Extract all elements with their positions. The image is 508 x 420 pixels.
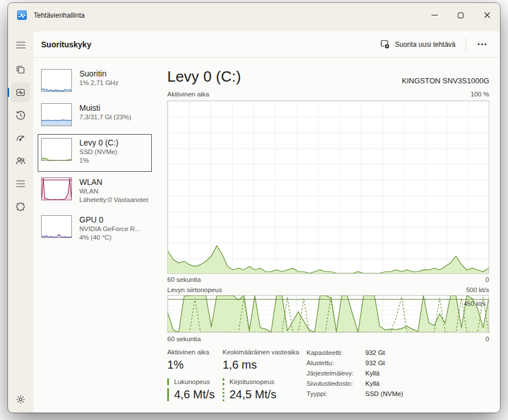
page-header: Suorituskyky Suorita uusi tehtävä: [33, 31, 500, 58]
x-axis-left: 60 sekuntia: [167, 276, 201, 283]
sidebar-item-app-history[interactable]: [11, 106, 30, 125]
disk-stats: Aktiivinen aika 1% Keskimääräinen vastea…: [167, 349, 489, 403]
device-stats: 7,3/31,7 Gt (23%): [79, 113, 131, 122]
services-icon: [15, 201, 26, 212]
sidebar-item-details[interactable]: [11, 174, 30, 193]
device-item-gpu0[interactable]: GPU 0 NVIDIA GeForce R... 4% (40 °C): [41, 215, 155, 242]
minimize-button[interactable]: [421, 3, 447, 27]
close-button[interactable]: [474, 3, 500, 27]
wlan-mini-chart: [41, 177, 72, 200]
gpu-mini-chart: [41, 215, 72, 238]
detail-row-type: Tyyppi:SSD (NVMe): [307, 390, 489, 397]
close-icon: [484, 12, 490, 18]
details-icon: [15, 180, 26, 188]
settings-button[interactable]: [11, 390, 30, 409]
detail-row-system-disk: Järjestelmälevy:Kyllä: [307, 370, 489, 377]
device-stats: 1% 2,71 GHz: [79, 79, 118, 87]
disk-model: KINGSTON SNV3S1000G: [402, 76, 489, 85]
users-icon: [15, 156, 26, 166]
read-speed-label: Lukunopeus: [167, 378, 210, 385]
sidebar-item-startup-apps[interactable]: [11, 128, 30, 148]
device-item-disk0-selected[interactable]: Levy 0 (C:) SSD (NVMe) 1%: [38, 134, 152, 172]
active-time-stat-value: 1%: [167, 358, 184, 371]
content-panel: Suorituskyky Suorita uusi tehtävä: [33, 31, 500, 413]
run-new-task-label: Suorita uusi tehtävä: [395, 41, 455, 49]
device-item-wlan[interactable]: WLAN WLAN Lähetetty:0 Vastaanotet: [41, 177, 155, 204]
more-options-button[interactable]: [472, 39, 492, 50]
transfer-rate-chart: 450 kt/s: [167, 295, 489, 333]
device-stats: NVIDIA GeForce R...: [79, 225, 140, 233]
hamburger-menu-button[interactable]: [11, 35, 30, 55]
cpu-mini-chart: [41, 69, 72, 92]
header-divider: [466, 38, 466, 51]
scale-marker-label: 450 kt/s: [463, 300, 486, 307]
app-title: Tehtävienhallinta: [34, 11, 84, 19]
run-new-task-button[interactable]: Suorita uusi tehtävä: [376, 36, 460, 52]
device-stats: 1%: [79, 156, 118, 165]
device-stats: Lähetetty:0 Vastaanotet: [79, 196, 148, 204]
active-time-stat-label: Aktiivinen aika: [167, 349, 209, 356]
avg-response-stat-value: 1,6 ms: [223, 358, 257, 371]
detail-row-page-file: Sivutustiedosto:Kyllä: [307, 380, 489, 387]
sidebar-item-users[interactable]: [11, 151, 30, 171]
sidebar-item-services[interactable]: [11, 197, 30, 216]
device-name: Muisti: [79, 103, 131, 113]
device-stats: 4% (40 °C): [79, 233, 140, 242]
device-name: Levy 0 (C:): [79, 138, 118, 148]
more-icon: [478, 43, 479, 45]
device-stats: SSD (NVMe): [79, 148, 118, 156]
device-name: WLAN: [79, 177, 148, 187]
sidebar-item-processes[interactable]: [11, 60, 30, 79]
titlebar: Tehtävienhallinta: [8, 3, 500, 27]
device-item-cpu[interactable]: Suoritin 1% 2,71 GHz: [41, 69, 155, 92]
x-axis-right: 0: [486, 276, 489, 283]
disk-mini-chart: [41, 138, 72, 161]
write-speed-value: 24,5 Mt/s: [223, 388, 276, 401]
active-time-axis-bottom: 60 sekuntia 0: [167, 276, 489, 283]
device-name: Suoritin: [79, 69, 118, 79]
hamburger-icon: [16, 41, 26, 49]
active-time-series: [168, 101, 489, 273]
chart-label: Levyn siirtonopeus: [167, 286, 222, 293]
device-item-memory[interactable]: Muisti 7,3/31,7 Gt (23%): [41, 103, 155, 126]
navigation-rail: [8, 27, 33, 413]
app-icon: [17, 10, 27, 20]
task-manager-window: Tehtävienhallinta: [8, 3, 500, 413]
device-name: GPU 0: [79, 215, 140, 225]
processes-icon: [15, 64, 26, 75]
settings-icon: [15, 394, 26, 405]
app-history-icon: [15, 110, 26, 120]
transfer-axis-top: Levyn siirtonopeus 500 kt/s: [167, 286, 489, 293]
detail-row-capacity: Kapasiteetti:932 Gt: [307, 349, 489, 356]
chart-scale-max: 500 kt/s: [466, 286, 489, 293]
new-task-icon: [380, 39, 390, 49]
maximize-button[interactable]: [447, 3, 474, 27]
minimize-icon: [432, 15, 438, 15]
sidebar-item-performance[interactable]: [11, 83, 30, 102]
device-stats: WLAN: [79, 187, 148, 196]
active-time-axis-top: Aktiivinen aika 100 %: [167, 91, 489, 98]
disk-title: Levy 0 (C:): [167, 68, 241, 86]
transfer-rate-series: [168, 296, 489, 332]
performance-icon: [15, 87, 26, 98]
scale-marker-line: [168, 299, 489, 300]
memory-mini-chart: [41, 103, 72, 126]
detail-row-formatted: Alustettu:932 Gt: [307, 360, 489, 366]
chart-scale-max: 100 %: [470, 91, 489, 98]
active-time-chart: [167, 100, 489, 274]
chart-label: Aktiivinen aika: [167, 91, 209, 98]
transfer-axis-bottom: 60 sekuntia 0: [167, 336, 489, 342]
maximize-icon: [458, 13, 463, 18]
page-title: Suorituskyky: [41, 40, 91, 49]
startup-apps-icon: [15, 133, 26, 143]
x-axis-right: 0: [486, 336, 489, 342]
x-axis-left: 60 sekuntia: [167, 336, 201, 342]
read-speed-value: 4,6 Mt/s: [167, 388, 215, 401]
write-speed-label: Kirjoitusnopeus: [223, 378, 275, 385]
desktop: { "titlebar": { "app_title": "Tehtävienh…: [0, 0, 508, 420]
avg-response-stat-label: Keskimääräinen vasteaika: [223, 349, 299, 356]
